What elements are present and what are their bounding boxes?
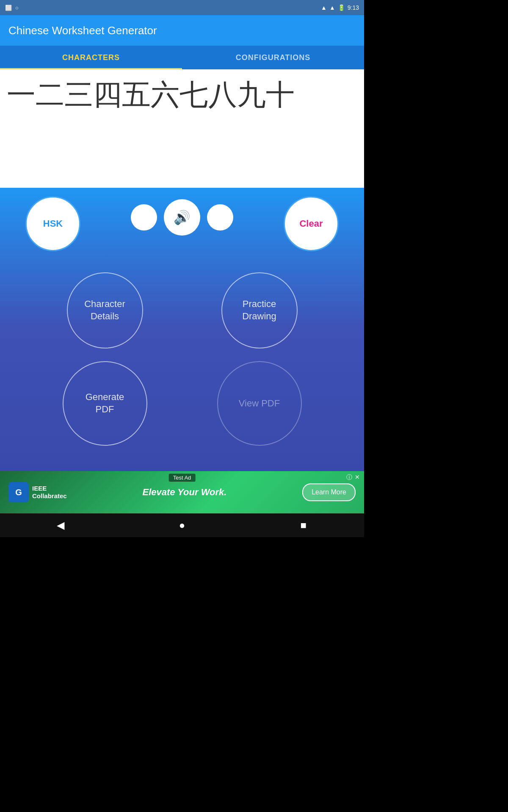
- ad-close-button[interactable]: ✕: [355, 474, 360, 480]
- clear-button[interactable]: Clear: [284, 196, 339, 251]
- play-button[interactable]: 🔊: [164, 199, 200, 236]
- action-grid: Character Details Practice Drawing: [0, 272, 364, 348]
- signal-icon: ▲: [329, 4, 335, 11]
- ad-label: Test Ad: [169, 474, 196, 482]
- battery-icon: 🔋: [338, 4, 345, 11]
- character-details-button[interactable]: Character Details: [67, 272, 143, 348]
- ad-banner: Test Ad ⓘ ✕ G IEEE Collabratec Elevate Y…: [0, 471, 364, 513]
- generate-pdf-button[interactable]: Generate PDF: [63, 361, 147, 446]
- learn-more-button[interactable]: Learn More: [302, 483, 356, 501]
- nav-bar: ◀ ● ■: [0, 513, 364, 537]
- view-pdf-button[interactable]: View PDF: [217, 361, 302, 446]
- home-button[interactable]: ●: [174, 517, 190, 534]
- ad-brand: IEEE Collabratec: [32, 485, 67, 500]
- characters-area: 一二三四五六七八九十: [0, 69, 364, 188]
- app-bar: Chinese Worksheet Generator: [0, 15, 364, 46]
- status-bar-left: ⬜ ○: [5, 5, 19, 11]
- practice-drawing-button[interactable]: Practice Drawing: [221, 272, 298, 348]
- ad-logo-box: G: [8, 482, 29, 502]
- status-bar-right: ▲ ▲ 🔋 9:13: [321, 4, 359, 11]
- circle-icon: ○: [15, 5, 19, 11]
- ad-info-button[interactable]: ⓘ: [346, 474, 352, 481]
- prev-button[interactable]: [131, 204, 157, 230]
- recent-button[interactable]: ■: [295, 517, 312, 534]
- back-button[interactable]: ◀: [52, 517, 69, 534]
- hsk-button[interactable]: HSK: [25, 196, 80, 251]
- tab-characters[interactable]: CHARACTERS: [0, 46, 182, 69]
- pdf-row: Generate PDF View PDF: [0, 361, 364, 446]
- speaker-icon: 🔊: [174, 209, 190, 225]
- tabs-container: CHARACTERS CONFIGURATIONS: [0, 46, 364, 69]
- blue-panel: HSK 🔊 Clear Character Details Practice D…: [0, 188, 364, 471]
- ad-tagline: Elevate Your Work.: [75, 487, 294, 498]
- next-button[interactable]: [207, 204, 233, 230]
- time-display: 9:13: [348, 4, 359, 11]
- wifi-icon: ▲: [321, 4, 327, 11]
- ad-logo: G IEEE Collabratec: [8, 482, 67, 502]
- sim-icon: ⬜: [5, 5, 12, 11]
- characters-text: 一二三四五六七八九十: [7, 78, 295, 112]
- app-title: Chinese Worksheet Generator: [8, 24, 157, 37]
- hsk-clear-row: HSK 🔊 Clear: [0, 188, 364, 251]
- playback-row: 🔊: [131, 199, 233, 236]
- tab-configurations[interactable]: CONFIGURATIONS: [182, 46, 364, 69]
- status-bar: ⬜ ○ ▲ ▲ 🔋 9:13: [0, 0, 364, 15]
